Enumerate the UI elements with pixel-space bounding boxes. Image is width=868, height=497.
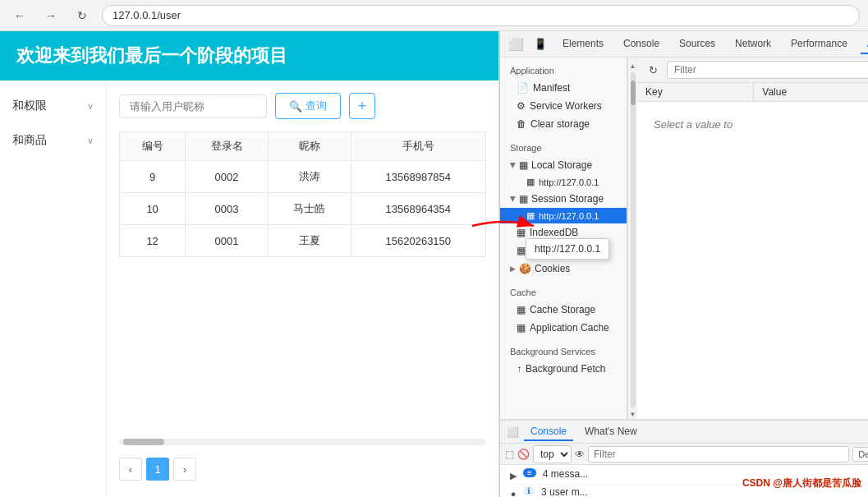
devtools-icon-inspect[interactable]: ⬜ (507, 35, 525, 53)
expand-arrow-cookies: ▶ (510, 265, 516, 273)
web-sql-label: Web SQL (530, 245, 572, 256)
sidebar-item-cache-storage[interactable]: ▦ Cache Storage (500, 301, 627, 319)
sidebar-item-local-storage[interactable]: ▶ ▦ Local Storage (500, 156, 627, 174)
app-cache-icon: ▦ (517, 322, 526, 334)
section-title-storage: Storage (500, 140, 627, 156)
scroll-track (631, 72, 636, 407)
session-storage-icon: ▦ (519, 193, 528, 205)
tab-elements[interactable]: Elements (556, 35, 610, 54)
col-phone: 手机号 (351, 132, 485, 161)
msg-badge-1: ≡ (523, 468, 536, 477)
devtools-table-area: Key Value Select a value to (637, 83, 868, 419)
scroll-down-button[interactable]: ▼ (628, 409, 638, 419)
sidebar-item-bg-fetch[interactable]: ↑ Background Fetch (500, 360, 627, 378)
search-btn-label: 查询 (305, 99, 327, 113)
section-title-application: Application (500, 62, 627, 79)
manifest-icon: 📄 (517, 82, 529, 94)
scroll-up-button[interactable]: ▲ (628, 61, 638, 71)
devtools-kv-table: Key Value (637, 83, 868, 102)
expand-msg-button-2[interactable]: ● (507, 487, 520, 497)
local-storage-label: Local Storage (531, 159, 592, 171)
console-filter-input[interactable] (588, 446, 849, 462)
devtools-body: Application 📄 Manifest ⚙ Service Workers (500, 58, 868, 497)
nav-item-goods[interactable]: 和商品 ∨ (0, 123, 106, 158)
console-context-select[interactable]: top (533, 445, 572, 463)
col-id: 编号 (120, 132, 186, 161)
chevron-down-icon: ∨ (87, 101, 94, 112)
search-input[interactable] (119, 94, 267, 118)
devtools-toolbar: ⬜ 📱 Elements Console Sources Network Per… (500, 31, 868, 58)
indexed-db-label: IndexedDB (530, 227, 578, 238)
expand-msg-button[interactable]: ▶ (507, 469, 520, 482)
add-button[interactable]: + (349, 93, 375, 119)
table-row[interactable]: 120001王夏15620263150 (120, 225, 486, 257)
tab-network[interactable]: Network (728, 35, 778, 54)
local-storage-icon: ▦ (519, 159, 528, 171)
devtools-icon-mobile[interactable]: 📱 (531, 35, 549, 53)
devtools-refresh-button[interactable]: ↻ (644, 61, 662, 79)
sidebar-item-clear-storage[interactable]: 🗑 Clear storage (500, 115, 627, 133)
tab-application[interactable]: App (861, 35, 868, 54)
next-page-button[interactable]: › (173, 458, 196, 481)
sidebar-item-service-workers[interactable]: ⚙ Service Workers (500, 97, 627, 115)
bg-fetch-label: Background Fetch (526, 363, 605, 375)
sidebar-item-service-workers-label: Service Workers (530, 100, 602, 112)
session-storage-label: Session Storage (531, 193, 604, 205)
back-button[interactable]: ← (8, 4, 31, 27)
tab-console[interactable]: Console (617, 35, 666, 54)
console-default-button[interactable]: Default (852, 447, 868, 462)
sidebar-subitem-session-url[interactable]: ▦ http://127.0.0.1 (500, 208, 627, 223)
nav-item-permissions[interactable]: 和权限 ∨ (0, 89, 106, 123)
devtools-filter-input[interactable] (667, 61, 868, 79)
console-panel: ⬜ Console What's New ⬚ 🚫 top 👁 Default (500, 419, 868, 497)
sidebar-scrollbar[interactable]: ▲ ▼ (627, 58, 637, 419)
table-wrapper: 编号 登录名 昵称 手机号 90002洪涛13568987854100003马士… (119, 131, 486, 435)
browser-bar: ← → ↻ (0, 0, 868, 31)
prev-page-button[interactable]: ‹ (119, 458, 142, 481)
web-sql-icon: ▦ (517, 245, 526, 256)
tab-sources[interactable]: Sources (673, 35, 722, 54)
horizontal-scrollbar[interactable] (119, 439, 486, 445)
table-row[interactable]: 90002洪涛13568987854 (120, 161, 486, 193)
page-title: 欢迎来到我们最后一个阶段的项目 (16, 44, 482, 68)
tab-console-bottom[interactable]: Console (524, 423, 573, 441)
nav-item-label: 和商品 (12, 133, 47, 148)
cache-storage-label: Cache Storage (530, 304, 595, 315)
indexed-db-icon: ▦ (517, 227, 526, 238)
devtools-sidebar-container: Application 📄 Manifest ⚙ Service Workers (500, 58, 637, 419)
sidebar-item-app-cache[interactable]: ▦ Application Cache (500, 319, 627, 337)
sidebar-item-cookies[interactable]: ▶ 🍪 Cookies (500, 260, 627, 278)
search-button[interactable]: 🔍 查询 (275, 93, 341, 119)
page-header: 欢迎来到我们最后一个阶段的项目 (0, 31, 498, 81)
select-value-msg: Select a value to (637, 102, 868, 147)
sidebar-item-session-storage[interactable]: ▶ ▦ Session Storage (500, 190, 627, 208)
console-icon-eye: 👁 (575, 449, 585, 460)
msg-text-2: 3 user m... (541, 486, 868, 497)
console-toolbar: ⬚ 🚫 top 👁 Default (500, 444, 868, 465)
local-url-label: http://127.0.0.1 (539, 177, 599, 187)
scroll-thumb (123, 439, 164, 445)
tab-whats-new[interactable]: What's New (578, 423, 644, 441)
address-bar[interactable] (102, 5, 860, 26)
forward-button[interactable]: → (39, 4, 62, 27)
scroll-thumb-v (631, 81, 636, 105)
console-message-2[interactable]: ● ℹ 3 user m... (507, 485, 868, 497)
sidebar-item-manifest[interactable]: 📄 Manifest (500, 79, 627, 97)
session-url-icon: ▦ (526, 210, 535, 221)
current-page: 1 (146, 458, 169, 481)
app-cache-label: Application Cache (530, 322, 609, 334)
msg-badge-2: ℹ (523, 486, 535, 495)
search-icon: 🔍 (289, 100, 302, 113)
console-messages: ▶ ≡ 4 messa... ● ℹ 3 user m... (500, 465, 868, 497)
console-message-1[interactable]: ▶ ≡ 4 messa... (507, 467, 868, 485)
tab-performance[interactable]: Performance (784, 35, 854, 54)
sidebar-item-indexed-db[interactable]: ▦ IndexedDB (500, 223, 627, 242)
sidebar-item-web-sql[interactable]: ▦ Web SQL (500, 242, 627, 260)
section-application: Application 📄 Manifest ⚙ Service Workers (500, 58, 627, 135)
table-row[interactable]: 100003马士皓13568964354 (120, 193, 486, 225)
content-area: 🔍 查询 + 编号 登录名 昵称 手机号 (107, 81, 498, 497)
webpage: 欢迎来到我们最后一个阶段的项目 和权限 ∨ 和商品 ∨ (0, 31, 499, 497)
devtools-icon-console: ⬜ (507, 426, 519, 438)
sidebar-subitem-local-url[interactable]: ▦ http://127.0.0.1 (500, 174, 627, 190)
refresh-button[interactable]: ↻ (71, 4, 94, 27)
